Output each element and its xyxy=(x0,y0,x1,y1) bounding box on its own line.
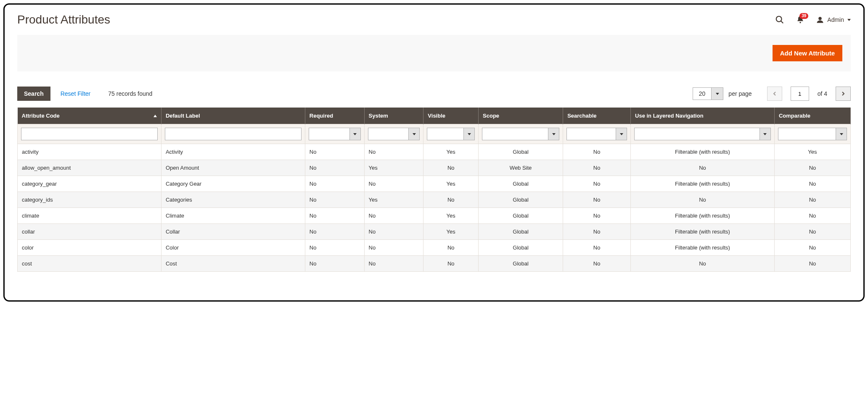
cell-comparable: No xyxy=(774,224,850,240)
cell-layered: Filterable (with results) xyxy=(631,208,775,224)
cell-visible: No xyxy=(423,192,479,208)
prev-page-button[interactable] xyxy=(767,87,782,101)
notification-badge: 39 xyxy=(799,13,808,19)
col-required[interactable]: Required xyxy=(305,108,364,124)
cell-code: allow_open_amount xyxy=(18,160,161,176)
cell-system: Yes xyxy=(364,160,423,176)
records-found: 75 records found xyxy=(108,90,152,97)
cell-required: No xyxy=(305,240,364,256)
notifications-icon[interactable]: 39 xyxy=(796,16,804,24)
svg-point-0 xyxy=(776,16,782,22)
col-system[interactable]: System xyxy=(364,108,423,124)
svg-point-2 xyxy=(800,22,801,23)
cell-system: Yes xyxy=(364,192,423,208)
table-row[interactable]: category_idsCategoriesNoYesNoGlobalNoNoN… xyxy=(18,192,851,208)
search-icon[interactable] xyxy=(775,15,784,24)
table-row[interactable]: colorColorNoNoNoGlobalNoFilterable (with… xyxy=(18,240,851,256)
page-title: Product Attributes xyxy=(17,13,110,26)
cell-searchable: No xyxy=(563,192,631,208)
cell-system: No xyxy=(364,256,423,272)
chevron-down-icon[interactable] xyxy=(711,88,723,100)
cell-scope: Global xyxy=(479,256,563,272)
cell-scope: Global xyxy=(479,176,563,192)
cell-comparable: No xyxy=(774,240,850,256)
cell-searchable: No xyxy=(563,208,631,224)
cell-required: No xyxy=(305,144,364,160)
cell-visible: No xyxy=(423,160,479,176)
add-new-attribute-button[interactable]: Add New Attribute xyxy=(773,45,842,61)
filter-comparable[interactable] xyxy=(778,128,847,140)
table-row[interactable]: collarCollarNoNoYesGlobalNoFilterable (w… xyxy=(18,224,851,240)
filter-required[interactable] xyxy=(309,128,361,140)
reset-filter-link[interactable]: Reset Filter xyxy=(61,90,91,97)
cell-comparable: No xyxy=(774,256,850,272)
cell-scope: Web Site xyxy=(479,160,563,176)
col-scope[interactable]: Scope xyxy=(479,108,563,124)
cell-label: Open Amount xyxy=(161,160,305,176)
filter-searchable[interactable] xyxy=(566,128,627,140)
col-visible[interactable]: Visible xyxy=(423,108,479,124)
current-page-input[interactable] xyxy=(791,87,809,101)
page-header: Product Attributes 39 xyxy=(17,13,851,26)
col-layered[interactable]: Use in Layered Navigation xyxy=(631,108,775,124)
cell-comparable: No xyxy=(774,176,850,192)
filter-scope[interactable] xyxy=(482,128,559,140)
col-default-label[interactable]: Default Label xyxy=(161,108,305,124)
filter-default-label[interactable] xyxy=(165,128,302,140)
col-comparable[interactable]: Comparable xyxy=(774,108,850,124)
cell-scope: Global xyxy=(479,208,563,224)
cell-visible: Yes xyxy=(423,144,479,160)
table-row[interactable]: climateClimateNoNoYesGlobalNoFilterable … xyxy=(18,208,851,224)
cell-comparable: No xyxy=(774,160,850,176)
cell-label: Category Gear xyxy=(161,176,305,192)
per-page-label: per page xyxy=(728,90,752,97)
cell-visible: No xyxy=(423,240,479,256)
filter-visible[interactable] xyxy=(427,128,475,140)
col-searchable[interactable]: Searchable xyxy=(563,108,631,124)
cell-required: No xyxy=(305,192,364,208)
cell-code: cost xyxy=(18,256,161,272)
cell-system: No xyxy=(364,144,423,160)
cell-required: No xyxy=(305,224,364,240)
col-attribute-code[interactable]: Attribute Code xyxy=(18,108,161,124)
svg-point-3 xyxy=(819,17,822,20)
cell-scope: Global xyxy=(479,192,563,208)
cell-label: Cost xyxy=(161,256,305,272)
table-row[interactable]: allow_open_amountOpen AmountNoYesNoWeb S… xyxy=(18,160,851,176)
cell-visible: Yes xyxy=(423,208,479,224)
page-size-select[interactable]: 20 xyxy=(693,87,724,100)
user-menu[interactable]: Admin xyxy=(816,16,851,24)
next-page-button[interactable] xyxy=(836,87,851,101)
filter-row xyxy=(18,124,851,144)
cell-layered: Filterable (with results) xyxy=(631,240,775,256)
table-row[interactable]: activityActivityNoNoYesGlobalNoFilterabl… xyxy=(18,144,851,160)
cell-required: No xyxy=(305,160,364,176)
cell-label: Climate xyxy=(161,208,305,224)
user-icon xyxy=(816,16,824,24)
cell-scope: Global xyxy=(479,224,563,240)
cell-required: No xyxy=(305,208,364,224)
cell-code: climate xyxy=(18,208,161,224)
cell-system: No xyxy=(364,208,423,224)
search-button[interactable]: Search xyxy=(17,87,50,101)
filter-system[interactable] xyxy=(368,128,420,140)
user-name: Admin xyxy=(827,16,844,23)
table-row[interactable]: costCostNoNoNoGlobalNoNoNo xyxy=(18,256,851,272)
cell-required: No xyxy=(305,256,364,272)
cell-code: category_gear xyxy=(18,176,161,192)
cell-label: Color xyxy=(161,240,305,256)
filter-attribute-code[interactable] xyxy=(21,128,158,140)
cell-layered: No xyxy=(631,256,775,272)
of-pages: of 4 xyxy=(818,90,827,97)
cell-scope: Global xyxy=(479,240,563,256)
table-header-row: Attribute Code Default Label Required Sy… xyxy=(18,108,851,124)
filter-layered[interactable] xyxy=(634,128,771,140)
cell-layered: Filterable (with results) xyxy=(631,144,775,160)
cell-searchable: No xyxy=(563,144,631,160)
table-row[interactable]: category_gearCategory GearNoNoYesGlobalN… xyxy=(18,176,851,192)
cell-code: activity xyxy=(18,144,161,160)
cell-visible: Yes xyxy=(423,224,479,240)
cell-searchable: No xyxy=(563,240,631,256)
header-actions: 39 Admin xyxy=(775,15,851,24)
cell-visible: Yes xyxy=(423,176,479,192)
